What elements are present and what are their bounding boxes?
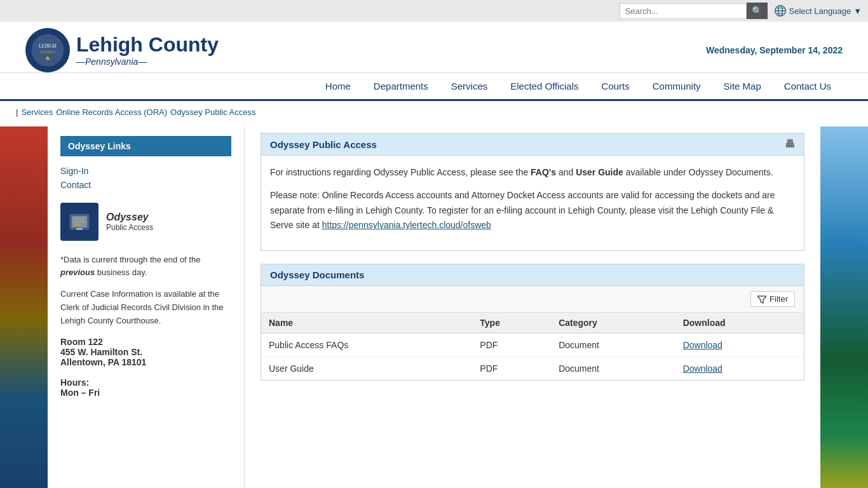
nav-site-map[interactable]: Site Map — [712, 73, 773, 99]
odyssey-icon — [60, 203, 98, 241]
sidebar-hours-days: Mon – Fri — [60, 388, 231, 398]
header: LEHIGH COUNTY Lehigh County —Pennsylvani… — [0, 22, 868, 72]
svg-rect-15 — [76, 228, 83, 230]
sidebar-link-contact[interactable]: Contact — [60, 180, 231, 190]
logo-svg: LEHIGH COUNTY — [29, 31, 67, 69]
breadcrumb-separator: | — [16, 107, 18, 117]
breadcrumb-services[interactable]: Services — [21, 107, 53, 117]
sidebar-link-signin[interactable]: Sign-In — [60, 166, 231, 176]
sidebar-room: Room 122 — [60, 337, 231, 347]
content-area: Odyssey Public Access 🖶 For instructions… — [245, 126, 820, 488]
nav-contact-us[interactable]: Contact Us — [773, 73, 843, 99]
documents-title: Odyssey Documents — [270, 269, 364, 280]
download-link-1[interactable]: Download — [683, 363, 722, 374]
nav-courts[interactable]: Courts — [590, 73, 641, 99]
top-bar: 🔍 Select Language ▼ — [0, 0, 868, 22]
sidebar-hours-label: Hours: — [60, 377, 231, 388]
cell-category: Document — [551, 334, 675, 357]
nav-bar: Home Departments Services Elected Offici… — [0, 72, 868, 101]
logo-subtitle: —Pennsylvania— — [76, 57, 219, 67]
sidebar: Odyssey Links Sign-In Contact Odyssey Pu… — [48, 126, 245, 488]
nav-community[interactable]: Community — [641, 73, 712, 99]
para2: Please note: Online Records Access accou… — [270, 188, 795, 233]
cell-name: User Guide — [261, 357, 472, 381]
odyssey-box: Odyssey Public Access — [60, 203, 231, 241]
faqs-bold: FAQ's — [531, 167, 556, 177]
language-label: Select Language — [789, 6, 851, 16]
public-access-title: Odyssey Public Access — [270, 139, 377, 150]
filter-icon — [757, 295, 766, 304]
nav-services[interactable]: Services — [440, 73, 499, 99]
search-input[interactable] — [620, 3, 747, 19]
table-row: User Guide PDF Document Download — [261, 357, 804, 381]
sidebar-title: Odyssey Links — [60, 136, 231, 156]
public-access-section: Odyssey Public Access 🖶 For instructions… — [261, 133, 804, 251]
language-arrow: ▼ — [853, 6, 862, 16]
public-access-header: Odyssey Public Access 🖶 — [261, 133, 804, 156]
para1: For instructions regarding Odyssey Publi… — [270, 165, 795, 180]
nav-home[interactable]: Home — [314, 73, 362, 99]
globe-icon — [774, 4, 787, 17]
documents-section: Odyssey Documents Filter Name Type Categ… — [261, 264, 804, 381]
filter-label: Filter — [770, 294, 788, 304]
cell-category: Document — [551, 357, 675, 381]
download-link-0[interactable]: Download — [683, 340, 722, 350]
col-category: Category — [551, 313, 675, 334]
logo-text: Lehigh County —Pennsylvania— — [76, 34, 219, 66]
svg-marker-16 — [757, 296, 766, 303]
cell-download: Download — [675, 334, 804, 357]
breadcrumb: | Services Online Records Access (ORA) O… — [16, 107, 852, 117]
breadcrumb-ora[interactable]: Online Records Access (ORA) — [56, 107, 167, 117]
filter-button[interactable]: Filter — [750, 291, 795, 307]
cell-type: PDF — [472, 334, 551, 357]
data-note: *Data is current through the end of the … — [60, 254, 231, 278]
odyssey-label: Odyssey — [106, 212, 153, 223]
header-right: Wednesday, September 14, 2022 — [706, 45, 843, 55]
file-serve-link[interactable]: https://pennsylvania.tylertech.cloud/ofs… — [322, 220, 491, 230]
language-selector[interactable]: Select Language ▼ — [774, 4, 862, 17]
header-date: Wednesday, September 14, 2022 — [706, 45, 843, 55]
cell-download: Download — [675, 357, 804, 381]
print-icon[interactable]: 🖶 — [785, 139, 795, 150]
nav-departments[interactable]: Departments — [362, 73, 440, 99]
userguide-bold: User Guide — [576, 167, 623, 177]
sidebar-info: Current Case Information is available at… — [60, 288, 231, 327]
col-type: Type — [472, 313, 551, 334]
breadcrumb-area: | Services Online Records Access (ORA) O… — [0, 101, 868, 117]
nav-elected-officials[interactable]: Elected Officials — [499, 73, 590, 99]
odyssey-info: Odyssey Public Access — [106, 212, 153, 232]
left-banner — [0, 126, 48, 488]
odyssey-sub: Public Access — [106, 223, 153, 232]
svg-text:COUNTY: COUNTY — [40, 50, 57, 54]
logo-title: Lehigh County — [76, 34, 219, 56]
odyssey-svg — [67, 209, 92, 234]
logo-circle: LEHIGH COUNTY — [25, 28, 70, 72]
sidebar-address: 455 W. Hamilton St. — [60, 347, 231, 357]
logo-area: LEHIGH COUNTY Lehigh County —Pennsylvani… — [25, 28, 219, 72]
col-name: Name — [261, 313, 472, 334]
sidebar-city: Allentown, PA 18101 — [60, 357, 231, 367]
table-row: Public Access FAQs PDF Document Download — [261, 334, 804, 357]
documents-header: Odyssey Documents — [261, 264, 804, 286]
breadcrumb-odyssey[interactable]: Odyssey Public Access — [170, 107, 255, 117]
cell-name: Public Access FAQs — [261, 334, 472, 357]
search-wrapper: 🔍 — [620, 3, 768, 19]
documents-table: Name Type Category Download Public Acces… — [261, 313, 804, 380]
public-access-body: For instructions regarding Odyssey Publi… — [261, 156, 804, 250]
svg-text:LEHIGH: LEHIGH — [39, 43, 57, 49]
right-banner — [820, 126, 868, 488]
search-button[interactable]: 🔍 — [747, 3, 768, 19]
main-container: Odyssey Links Sign-In Contact Odyssey Pu… — [0, 126, 868, 488]
filter-bar: Filter — [261, 286, 804, 313]
table-header-row: Name Type Category Download — [261, 313, 804, 334]
cell-type: PDF — [472, 357, 551, 381]
col-download: Download — [675, 313, 804, 334]
